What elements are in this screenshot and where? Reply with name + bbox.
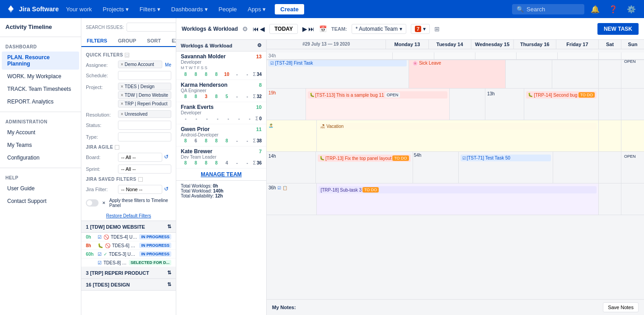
person-row-0: Savannah Molder 13 Developer M T W T F S… <box>176 52 266 80</box>
assignee-remove-icon[interactable]: × <box>121 62 123 67</box>
restore-default-link[interactable]: Restore Default Filters <box>106 213 151 218</box>
person-0-day-3: 8 <box>212 72 221 77</box>
type-input[interactable] <box>118 132 171 141</box>
task-block-tst113[interactable]: 🐛 [TST-113] This is a sample bug 11 OPEN <box>308 91 448 99</box>
restore-link[interactable]: Restore Default Filters <box>81 211 176 221</box>
settings-gear-icon[interactable]: ⚙ <box>242 25 248 33</box>
jira-agile-label: JIRA AGILE <box>86 145 113 150</box>
tab-filters[interactable]: FILTERS <box>81 35 113 47</box>
today-button[interactable]: TODAY <box>269 24 298 34</box>
hours-header-row: 34h <box>267 52 644 60</box>
sidebar-item-work[interactable]: WORK. My Workplace <box>2 71 79 82</box>
next-arrow-icon[interactable]: ▶ <box>302 25 307 33</box>
project-tag-1-remove[interactable]: × <box>121 93 123 98</box>
settings-icon[interactable]: ⚙️ <box>624 5 639 14</box>
project-0-expand[interactable]: ⇅ <box>167 224 171 230</box>
search-bar[interactable]: 🔍 Search <box>512 4 584 14</box>
tab-sort[interactable]: SORT <box>141 35 166 46</box>
jira-filter-refresh-icon[interactable]: ↺ <box>164 186 171 193</box>
sidebar-item-plan[interactable]: PLAN. Resource Planning <box>2 52 79 70</box>
project-item-1[interactable]: 3 [TRP] REPERI PRODUCT ⇅ <box>81 267 176 279</box>
create-button[interactable]: Create <box>275 4 304 14</box>
task-block-tst71[interactable]: ☑ [TST-71] Test Task 50 <box>461 155 551 161</box>
task-2-status: IN PROGRESS <box>139 251 171 257</box>
resolution-remove-icon[interactable]: × <box>121 112 123 117</box>
save-notes-button[interactable]: Save Notes <box>603 302 639 312</box>
nav-your-work[interactable]: Your work <box>62 6 95 13</box>
resolution-tag[interactable]: × Unresolved <box>118 110 171 118</box>
project-tag-0[interactable]: × TDES | Design <box>118 83 171 90</box>
task-block-vacation[interactable]: 🏖 Vacation <box>319 123 597 130</box>
team-select[interactable]: * Automatic Team ▾ <box>352 24 406 34</box>
task-block-trp18[interactable]: [TRP-18] Sub-task 3 TO DO <box>319 186 597 193</box>
task-2-name[interactable]: TDES-3] Update appendixes <box>109 252 137 257</box>
task-block-tst28[interactable]: ☑ [TST-28] First Task <box>268 60 407 66</box>
task-3-name[interactable]: TDES-8] Task to test issue collaborat... <box>103 260 127 265</box>
nav-filters[interactable]: Filters ▾ <box>136 6 164 13</box>
sidebar-item-my-teams[interactable]: My Teams <box>2 139 79 151</box>
board-select[interactable]: -- All -- <box>118 153 162 162</box>
total-availability-label: Total Availability: <box>181 193 214 198</box>
project-tag-2[interactable]: × TRP | Reperi Product <box>118 100 171 108</box>
task-block-sick-leave[interactable]: 🌸 Sick Leave <box>411 60 503 66</box>
project-2-expand[interactable]: ⇅ <box>167 282 171 287</box>
apply-filters-toggle[interactable] <box>86 199 99 207</box>
jira-filter-select[interactable]: -- None -- <box>118 185 162 194</box>
task-block-trp14[interactable]: 🐛 [TRP-14] Second bug TO DO <box>526 91 597 99</box>
me-link[interactable]: Me <box>165 61 171 67</box>
person-4-day-3: 8 <box>212 160 221 165</box>
search-issues-input[interactable] <box>127 23 176 32</box>
apply-filters-row: ✕ Apply these filters to Timeline Panel <box>81 195 176 211</box>
board-refresh-icon[interactable]: ↺ <box>164 154 171 161</box>
person-3-name: Gwen Prior <box>181 126 210 132</box>
sidebar-item-contact-support[interactable]: Contact Support <box>2 195 79 207</box>
project-tag-1[interactable]: × TDW | Demo Website <box>118 91 171 99</box>
calendar-icon[interactable]: 📅 <box>319 25 327 33</box>
task-block-trp13[interactable]: 🐛 [TRP-13] Fix the top panel layout TO D… <box>318 155 411 162</box>
prev-arrow-icon[interactable]: ◀ <box>260 25 265 33</box>
date-select[interactable]: 7 ▾ <box>411 24 430 34</box>
project-item-2[interactable]: 16 [TDES] DESIGN ⇅ <box>81 279 176 291</box>
project-list: 1 [TDW] DEMO WEBSITE ⇅ 0h ☑ 🚫 TDES-4] Up… <box>81 221 176 291</box>
tab-extra[interactable]: EXTRA <box>166 35 176 46</box>
sidebar-item-report[interactable]: REPORT. Analytics <box>2 96 79 108</box>
timeline-header: Worklogs & Workload ⚙ ⏮ ◀ TODAY ▶ ⏭ 📅 TE… <box>176 18 644 40</box>
expand-icon[interactable]: ⊞ <box>434 25 440 33</box>
manage-team-link[interactable]: MANAGE TEAM <box>201 171 242 178</box>
tab-group[interactable]: GROUP <box>113 35 141 46</box>
sidebar-item-my-account[interactable]: My Account <box>2 127 79 138</box>
project-tag-0-remove[interactable]: × <box>121 84 123 89</box>
project-1-expand[interactable]: ⇅ <box>167 270 171 276</box>
sidebar-item-configuration[interactable]: Configuration <box>2 152 79 164</box>
app-logo[interactable]: Jira Software <box>5 4 59 14</box>
calendar-person-0: ☑ [TST-28] First Task 🌸 Sick Leave <box>267 57 644 89</box>
project-item-0[interactable]: 1 [TDW] DEMO WEBSITE ⇅ <box>81 221 176 233</box>
nav-projects[interactable]: Projects ▾ <box>99 6 132 13</box>
sidebar-item-track[interactable]: TRACK. Team Timesheets <box>2 83 79 95</box>
schedule-input[interactable] <box>118 71 171 80</box>
status-input[interactable] <box>118 121 171 130</box>
project-tag-2-remove[interactable]: × <box>121 101 123 106</box>
help-icon[interactable]: ❓ <box>606 5 620 14</box>
sprint-select[interactable]: -- All -- <box>118 165 171 174</box>
nav-apps[interactable]: Apps ▾ <box>244 6 269 13</box>
gwen-tue-hours: 54h <box>413 152 423 159</box>
header-gear-icon[interactable]: ⚙ <box>257 42 262 48</box>
sidebar-item-user-guide[interactable]: User Guide <box>2 183 79 194</box>
gwen-hours-label: 14h <box>268 154 276 159</box>
team-dropdown-icon: ▾ <box>400 26 402 32</box>
notifications-icon[interactable]: 🔔 <box>588 5 602 14</box>
new-task-button[interactable]: NEW TASK <box>597 23 639 35</box>
assignee-filter-row: Assignee: × Demo Account Me <box>81 59 176 70</box>
task-0-name[interactable]: TDES-4] Update custom title styles pt.2 <box>111 235 137 240</box>
task-1-priority-icon: 🚫 <box>105 243 110 248</box>
double-prev-arrow-icon[interactable]: ⏮ <box>253 25 259 33</box>
resolution-label: Resolution: <box>86 110 115 118</box>
task-1-name[interactable]: TDES-6] Fix default color <box>112 243 137 248</box>
nav-dashboards[interactable]: Dashboards ▾ <box>168 6 212 13</box>
assignee-tag[interactable]: × Demo Account <box>118 61 162 68</box>
project-tag-0-label: TDES | Design <box>125 84 155 89</box>
double-next-arrow-icon[interactable]: ⏭ <box>308 25 315 33</box>
nav-people[interactable]: People <box>215 6 240 13</box>
person-0-day-4: 10 <box>222 72 231 77</box>
